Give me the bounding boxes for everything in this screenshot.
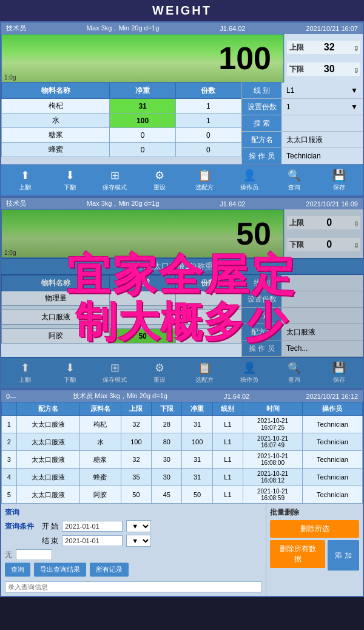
p2-datetime: 2021/10/21 16:09	[306, 200, 358, 208]
recipe-icon: 📋	[198, 169, 211, 182]
up-icon: ⬆	[21, 169, 30, 182]
p1-weight-value: 100	[218, 40, 271, 76]
p1-row4-count: 0	[175, 143, 241, 157]
panel2-topbar: 技术员 Max 3kg，Min 20g d=1g J1.64.02 2021/1…	[1, 198, 363, 209]
p1-btn-up[interactable]: ⬆ 上翻	[10, 168, 40, 193]
p1-btn-operator[interactable]: 👤 操作员	[234, 168, 265, 193]
p2-zero-indicator: 1:0g	[4, 249, 16, 256]
p1-btn-operator-label: 操作员	[240, 183, 258, 192]
p3-r2-material: 水	[79, 433, 121, 451]
p3-r5-weight: 50	[182, 486, 212, 504]
p1-row3-weight: 0	[110, 128, 175, 143]
p1-info-label-count: 设置份数	[242, 99, 281, 115]
p1-data-table: 物料名称 净重 份数 枸杞 31 1 水 100 1	[1, 83, 241, 157]
p1-btn-down[interactable]: ⬇ 下翻	[55, 168, 85, 193]
table-row: 枸杞 31 1	[2, 99, 241, 113]
p3-start-label: 开 始	[42, 521, 58, 532]
p1-row1-weight: 31	[110, 99, 175, 113]
p1-row2-weight: 100	[110, 113, 175, 128]
p2-btn-save[interactable]: 💾 保存	[324, 360, 354, 385]
p2-info-value-search	[281, 314, 363, 317]
p3-col-upper: 上限	[121, 402, 151, 416]
p3-export-btn[interactable]: 导出查询结果	[34, 563, 86, 577]
p2-table-area: 物料名称 净重 份数 物理量	[1, 275, 241, 357]
p3-start-date-input[interactable]	[62, 521, 123, 532]
p2-btn-query[interactable]: 🔍 查询	[279, 360, 309, 385]
p2-btn-select-recipe[interactable]: 📋 选配方	[189, 360, 220, 385]
p3-r1-lower: 28	[152, 416, 182, 433]
p1-btn-save-mode[interactable]: ⊞ 保存模式	[99, 168, 130, 193]
p2-btn-operator[interactable]: 👤 操作员	[234, 360, 265, 385]
p1-scale-info: Max 3kg，Min 20g d=1g	[87, 24, 160, 33]
p3-all-records-btn[interactable]: 所有记录	[90, 563, 129, 577]
p2-row2-count	[175, 306, 241, 310]
p2-weight-display: 1:0g 50	[1, 209, 284, 258]
p2-btn-save-mode[interactable]: ⊞ 保存模式	[99, 360, 130, 385]
p3-end-dropdown[interactable]: ▼	[126, 535, 151, 547]
table-row: 1 太太口服液 枸杞 32 28 31 L1 2021-10-21 16:07:…	[2, 416, 363, 433]
p3-enter-query-input[interactable]	[5, 581, 262, 592]
p3-r1-operator: Technician	[302, 416, 362, 433]
p3-start-dropdown[interactable]: ▼	[126, 520, 151, 532]
p3-filter-input[interactable]	[16, 549, 52, 560]
up-icon2: ⬆	[21, 361, 30, 374]
p3-r1-material: 枸杞	[79, 416, 121, 433]
table-row	[2, 306, 241, 310]
p3-r4-recipe: 太太口服液	[16, 469, 79, 486]
p2-row1-count	[175, 291, 241, 306]
p1-upper-label: 上限	[289, 42, 304, 53]
p3-r1-time: 2021-10-21 16:07:25	[243, 416, 303, 433]
p1-btn-reset[interactable]: ⚙ 重设	[144, 168, 175, 193]
table-row: 2 太太口服液 水 100 80 100 L1 2021-10-21 16:07…	[2, 433, 363, 451]
p1-btn-query[interactable]: 🔍 查询	[279, 168, 309, 193]
p3-delete-all-btn[interactable]: 删除所有数据	[270, 540, 325, 568]
p3-end-date-input[interactable]	[62, 535, 123, 546]
p3-query-title: 查询	[5, 507, 29, 518]
p2-btn-down[interactable]: ⬇ 下翻	[55, 360, 85, 385]
panel-query: 0— 技术员 Max 3kg，Min 20g d=1g J1.64.02 202…	[0, 389, 364, 597]
p2-info-value-count	[281, 297, 363, 301]
p1-info-value-search	[281, 121, 363, 125]
save-mode-icon: ⊞	[110, 169, 120, 182]
panel1-topbar: 技术员 Max 3kg，Min 20g d=1g J1.64.02 2021/1…	[1, 22, 363, 34]
p1-info-count: 设置份数 1 ▼	[242, 99, 363, 115]
p1-btn-save[interactable]: 💾 保存	[324, 168, 354, 193]
p3-r2-line: L1	[212, 433, 243, 451]
p3-query-end-row: 结 束 ▼	[5, 535, 262, 547]
p3-r2-operator: Technician	[302, 433, 362, 451]
p1-upper-unit: g	[354, 44, 358, 51]
p3-r1-recipe: 太太口服液	[16, 416, 79, 433]
p3-r5-time: 2021-10-21 16:08:59	[243, 486, 303, 504]
p2-row4-count	[175, 325, 241, 329]
p2-notification: 配方:太太口服液1份称重已经完	[1, 258, 363, 275]
p2-info-label-recipe: 配方名	[242, 324, 281, 340]
table-row: 太口服液	[2, 310, 241, 325]
p2-btn-up[interactable]: ⬆ 上翻	[10, 360, 40, 385]
p3-query-btn[interactable]: 查询	[5, 563, 30, 577]
p3-query-form: 查询 查询条件 开 始 ▼ 结 束 ▼	[1, 504, 266, 596]
p2-btn-reset[interactable]: ⚙ 重设	[144, 360, 175, 385]
p3-col-operator: 操作员	[302, 402, 362, 416]
p3-add-btn[interactable]: 添 加	[328, 540, 359, 571]
p2-info-value-recipe: 太口服液	[281, 325, 363, 339]
p1-btn-select-recipe[interactable]: 📋 选配方	[189, 168, 220, 193]
p1-info-label-search: 搜 索	[242, 115, 281, 131]
p2-row4-weight	[110, 325, 175, 329]
p3-delete-selected-btn[interactable]: 删除所选	[270, 520, 359, 538]
p1-col-count: 份数	[175, 83, 241, 99]
p2-info-label-search: 搜 索	[242, 308, 281, 323]
p1-row4-weight: 0	[110, 143, 175, 157]
recipe-icon2: 📋	[198, 361, 211, 374]
table-row: 水 100 1	[2, 113, 241, 128]
p1-row4-name: 蜂蜜	[2, 143, 110, 157]
p1-info-line: 线 别 L1 ▼	[242, 83, 363, 99]
p3-role: 0—	[6, 393, 16, 400]
p1-datetime: 2021/10/21 16:07	[306, 25, 358, 32]
p3-r4-id: 4	[2, 469, 17, 486]
p1-btn-save-label: 保存	[333, 183, 345, 192]
p3-r2-recipe: 太太口服液	[16, 433, 79, 451]
p1-col-weight: 净重	[110, 83, 175, 99]
p1-info-recipe: 配方名 太太口服液	[242, 132, 363, 148]
p2-row5-name: 阿胶	[2, 329, 110, 344]
p2-info-label-count: 设置份数	[242, 291, 281, 307]
